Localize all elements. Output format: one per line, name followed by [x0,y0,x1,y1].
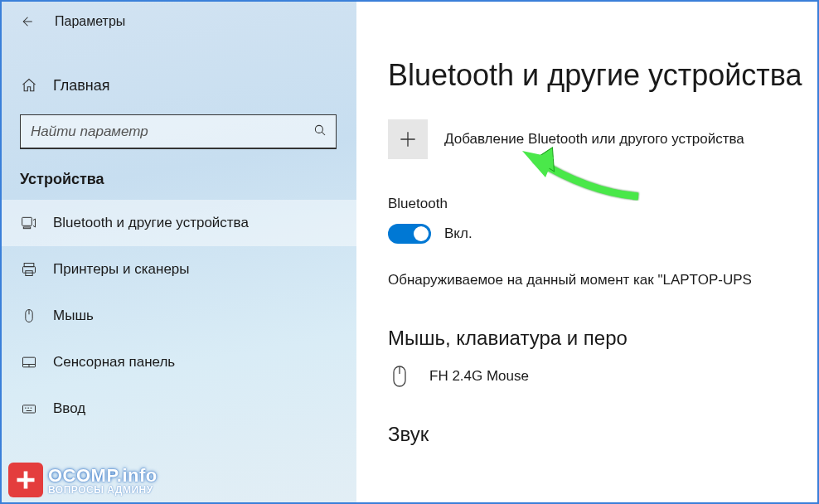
svg-rect-3 [24,264,34,267]
sidebar-item-typing[interactable]: Ввод [2,385,356,432]
touchpad-icon [20,353,38,371]
app-title: Параметры [55,14,125,29]
back-button[interactable] [13,8,40,35]
bluetooth-heading: Bluetooth [388,196,817,212]
sidebar-item-label: Сенсорная панель [53,354,175,371]
search-wrap [2,114,356,149]
sidebar: Параметры Главная Устройства Bluetooth и… [2,2,356,502]
sidebar-item-printers[interactable]: Принтеры и сканеры [2,246,356,293]
settings-window: Параметры Главная Устройства Bluetooth и… [0,0,819,504]
section-mouse-kbd: Мышь, клавиатура и перо [388,327,817,350]
watermark-subtitle: ВОПРОСЫ АДМИНУ [48,484,158,496]
toggle-knob [414,226,429,241]
discoverable-text: Обнаруживаемое на данный момент как "LAP… [388,272,817,288]
toggle-state-label: Вкл. [444,225,472,242]
search-input[interactable] [31,124,313,140]
mouse-device-icon [388,365,411,388]
sidebar-item-touchpad[interactable]: Сенсорная панель [2,339,356,385]
svg-rect-1 [22,217,32,225]
svg-rect-8 [23,405,36,413]
main-panel: Bluetooth и другие устройства Добавление… [356,2,817,502]
printer-icon [20,260,38,279]
titlebar: Параметры [2,2,356,41]
sidebar-item-label: Bluetooth и другие устройства [53,215,249,231]
home-label: Главная [53,77,110,94]
device-label: FH 2.4G Mouse [429,368,529,385]
search-box[interactable] [20,114,337,149]
svg-point-0 [315,125,322,133]
watermark-title: OCOMP.info [48,465,158,487]
bluetooth-toggle[interactable] [388,224,431,244]
sidebar-item-bluetooth[interactable]: Bluetooth и другие устройства [2,200,356,246]
sidebar-item-label: Мышь [53,308,94,324]
bluetooth-toggle-row: Вкл. [388,224,817,244]
sidebar-item-label: Принтеры и сканеры [53,261,190,278]
sidebar-item-label: Ввод [53,400,85,417]
sidebar-home[interactable]: Главная [2,65,356,106]
home-icon [20,76,38,94]
svg-rect-4 [23,267,36,274]
watermark-logo [8,463,43,497]
watermark: OCOMP.info ВОПРОСЫ АДМИНУ [8,463,158,497]
search-icon [313,123,327,141]
bluetooth-devices-icon [20,214,38,232]
arrow-left-icon [19,14,34,29]
add-device-button[interactable]: Добавление Bluetooth или другого устройс… [388,119,817,159]
keyboard-icon [20,400,38,418]
mouse-icon [20,307,38,325]
svg-rect-2 [23,227,30,229]
plus-icon [397,128,419,150]
plus-tile [388,119,428,159]
device-row[interactable]: FH 2.4G Mouse [388,365,817,388]
sidebar-section-title: Устройства [2,171,356,188]
section-sound: Звук [388,423,817,446]
add-device-label: Добавление Bluetooth или другого устройс… [444,131,744,148]
sidebar-item-mouse[interactable]: Мышь [2,293,356,339]
page-title: Bluetooth и другие устройства [388,58,817,93]
